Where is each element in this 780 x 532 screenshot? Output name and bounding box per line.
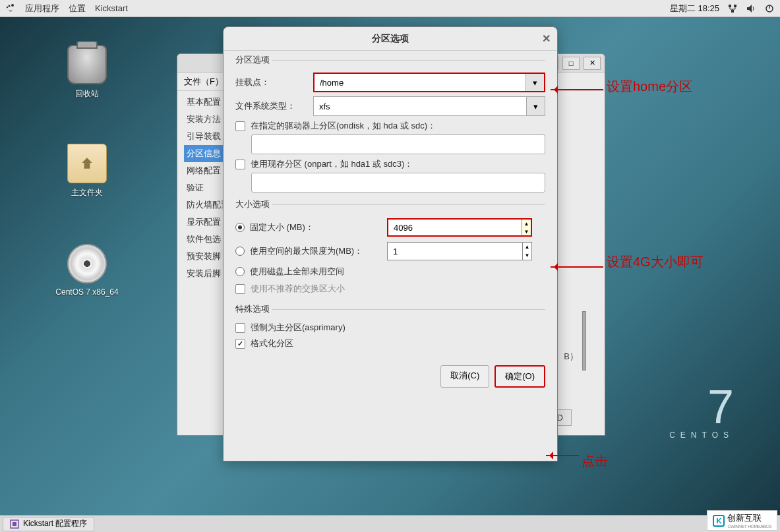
ok-button[interactable]: 确定(O) <box>495 365 545 388</box>
taskbar-label: Kickstart 配置程序 <box>23 518 87 529</box>
watermark-sub: CWINNET HOMEABCS <box>727 524 771 529</box>
menu-places[interactable]: 位置 <box>69 3 86 15</box>
clock[interactable]: 星期二 18:25 <box>670 3 719 15</box>
fs-type-combo[interactable]: ▾ <box>313 96 545 116</box>
fs-label: 文件系统类型： <box>235 100 308 112</box>
format-checkbox[interactable] <box>235 339 245 349</box>
onpart-checkbox-row[interactable]: 使用现存分区 (onpart，如 hda1 或 sdc3)： <box>235 158 545 170</box>
watermark-text: 创新互联 <box>727 512 771 524</box>
network-icon[interactable] <box>727 3 738 14</box>
kickstart-icon <box>10 519 19 529</box>
size-legend: 大小选项 <box>235 198 272 210</box>
menu-applications[interactable]: 应用程序 <box>25 3 59 15</box>
dialog-titlebar: 分区选项 ✕ <box>224 27 557 51</box>
trash-desktop-icon[interactable]: 回收站 <box>47 45 127 100</box>
taskbar-item-kickstart[interactable]: Kickstart 配置程序 <box>3 517 94 531</box>
gnome-icon <box>5 3 16 14</box>
home-folder-desktop-icon[interactable]: 主文件夹 <box>47 144 127 198</box>
disc-icon <box>67 244 107 283</box>
ondisk-checkbox[interactable] <box>235 121 245 131</box>
swaprec-checkbox <box>235 284 245 294</box>
parent-text-b: B） <box>564 351 578 363</box>
close-button[interactable]: ✕ <box>584 57 601 70</box>
maximize-button[interactable]: □ <box>562 57 580 70</box>
fixed-size-label: 固定大小 (MB)： <box>250 222 382 233</box>
parent-scrollbar[interactable] <box>582 311 586 370</box>
trash-icon <box>67 45 107 84</box>
fs-type-input[interactable] <box>314 97 526 115</box>
onpart-input[interactable] <box>251 173 545 192</box>
svg-rect-3 <box>729 5 731 7</box>
arrow-size <box>551 266 603 268</box>
file-menu[interactable]: 文件（F） <box>184 76 224 86</box>
asprimary-checkbox[interactable] <box>235 323 245 333</box>
dialog-buttons: 取消(C) 确定(O) <box>224 359 557 394</box>
svg-rect-5 <box>731 10 734 13</box>
annotation-click: 点击 <box>582 452 608 470</box>
partition-fieldset: 分区选项 挂载点： ▾ 文件系统类型： ▾ 在指定的驱动器上分区(ondisk，… <box>235 60 545 195</box>
svg-point-2 <box>7 6 8 7</box>
special-legend: 特殊选项 <box>235 303 272 315</box>
onpart-checkbox[interactable] <box>235 160 245 169</box>
top-bar: 应用程序 位置 Kickstart 星期二 18:25 <box>0 0 780 17</box>
ondisk-input[interactable] <box>251 134 545 154</box>
spin-up-icon[interactable]: ▲ <box>522 220 531 227</box>
fixed-size-radio[interactable] <box>235 223 245 232</box>
mount-dropdown-icon[interactable]: ▾ <box>525 74 544 91</box>
menu-app[interactable]: Kickstart <box>95 3 128 13</box>
centos-logo: 7 CENTOS <box>669 383 734 440</box>
fillall-radio[interactable] <box>235 267 245 276</box>
fs-dropdown-icon[interactable]: ▾ <box>526 97 545 115</box>
arrow-click <box>546 455 579 456</box>
onpart-label: 使用现存分区 (onpart，如 hda1 或 sdc3)： <box>251 158 413 170</box>
folder-icon <box>67 144 107 183</box>
maxsize-label: 使用空间的最大限度为(MB)： <box>250 245 382 257</box>
volume-icon[interactable] <box>746 3 756 14</box>
size-fieldset: 大小选项 固定大小 (MB)： ▲▼ 使用空间的最大限度为(MB)： ▲▼ 使用… <box>235 204 545 300</box>
mount-label: 挂载点： <box>235 76 308 88</box>
disc-desktop-icon[interactable]: CentOS 7 x86_64 <box>47 244 127 297</box>
swaprec-label: 使用不推荐的交换区大小 <box>251 283 345 295</box>
watermark: K 创新互联 CWINNET HOMEABCS <box>707 510 777 531</box>
format-label: 格式化分区 <box>251 338 293 349</box>
asprimary-label: 强制为主分区(asprimary) <box>251 322 345 334</box>
mount-point-input[interactable] <box>315 74 525 91</box>
ondisk-checkbox-row[interactable]: 在指定的驱动器上分区(ondisk，如 hda 或 sdc)： <box>235 120 545 132</box>
fixed-size-spinner[interactable]: ▲▼ <box>387 218 532 237</box>
maxsize-input[interactable] <box>388 243 522 260</box>
svg-rect-4 <box>734 5 736 7</box>
special-fieldset: 特殊选项 强制为主分区(asprimary) 格式化分区 <box>235 309 545 355</box>
dialog-close-icon[interactable]: ✕ <box>542 32 551 45</box>
mount-point-combo[interactable]: ▾ <box>313 73 545 92</box>
svg-point-1 <box>9 5 11 7</box>
arrow-home <box>551 89 603 90</box>
annotation-home: 设置home分区 <box>607 78 692 96</box>
power-icon[interactable] <box>764 3 775 14</box>
trash-label: 回收站 <box>47 88 127 100</box>
svg-rect-9 <box>13 522 16 526</box>
annotation-size: 设置4G大小即可 <box>607 253 704 271</box>
partition-options-dialog: 分区选项 ✕ 分区选项 挂载点： ▾ 文件系统类型： ▾ 在指定的驱动器上分区(… <box>223 26 558 461</box>
dialog-title-text: 分区选项 <box>372 33 409 45</box>
disc-label: CentOS 7 x86_64 <box>47 287 127 297</box>
spin-down-icon[interactable]: ▼ <box>522 251 531 260</box>
fixed-size-input[interactable] <box>388 220 522 235</box>
spin-down-icon[interactable]: ▼ <box>522 227 531 235</box>
taskbar: Kickstart 配置程序 <box>0 515 780 532</box>
watermark-icon: K <box>713 515 725 527</box>
partition-legend: 分区选项 <box>235 54 272 66</box>
fillall-label: 使用磁盘上全部未用空间 <box>250 266 344 278</box>
maxsize-spinner[interactable]: ▲▼ <box>387 242 532 260</box>
spin-up-icon[interactable]: ▲ <box>522 243 531 251</box>
ondisk-label: 在指定的驱动器上分区(ondisk，如 hda 或 sdc)： <box>251 120 436 132</box>
home-label: 主文件夹 <box>47 187 127 198</box>
maxsize-radio[interactable] <box>235 247 245 256</box>
cancel-button[interactable]: 取消(C) <box>440 365 489 388</box>
svg-point-0 <box>11 4 14 7</box>
